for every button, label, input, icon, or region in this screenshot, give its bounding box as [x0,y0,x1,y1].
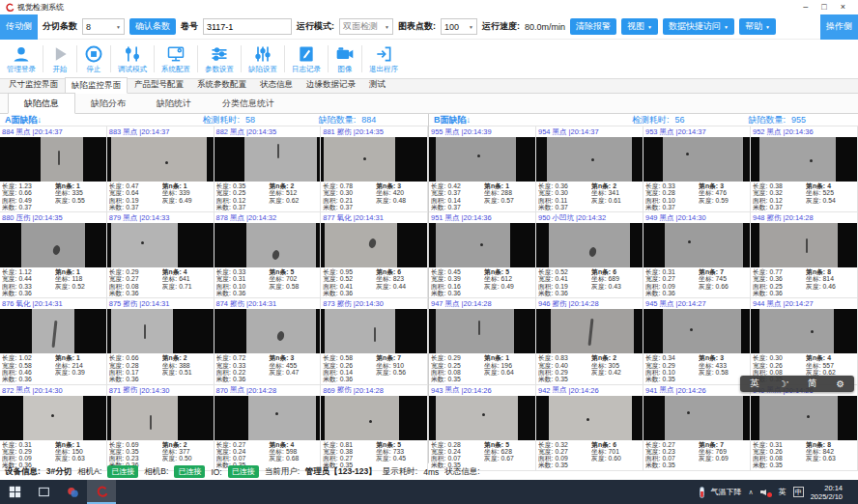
defect-gray: 灰度:0.51 [162,369,212,376]
weather-text[interactable]: 气温下降 [711,487,742,497]
defect-cell[interactable]: 951黑点|20:14:36长度:0.45宽度:0.39面积:0.16米数:0.… [429,212,536,298]
defect-cell[interactable]: 884黑点|20:14:37长度:1.23宽度:0.66面积:0.49米数:0.… [0,126,107,212]
defect-cell[interactable]: 881擦伤|20:14:35长度:0.78宽度:0.30面积:0.21米数:0.… [321,126,428,212]
main-tab-2[interactable]: 产品型号配置 [128,76,190,93]
roll-number-input[interactable] [203,18,292,35]
taskbar-clock[interactable]: 20:14 2025/2/10 [811,484,843,501]
action-camera[interactable]: 图像 [330,44,359,74]
close-icon[interactable]: × [841,3,845,12]
tray-expand-icon[interactable]: ∧ [749,489,754,496]
maximize-icon[interactable]: □ [821,3,826,12]
defect-image [321,223,427,267]
defect-cell[interactable]: 952黑点|20:14:36长度:0.38宽度:0.32面积:0.12米数:0.… [751,126,858,212]
weather-thermometer-icon[interactable] [700,487,704,498]
taskbar-active-app-icon[interactable] [87,480,116,504]
action-exit[interactable]: 退出程序 [364,44,403,74]
defect-cell[interactable]: 947黑点|20:14:28长度:0.29宽度:0.25面积:0.08米数:0.… [429,298,536,384]
play-icon [50,44,70,64]
ime-icon[interactable]: 中 [793,487,804,497]
defect-cell[interactable]: 942黑点|20:14:26长度:0.32宽度:0.27面积:0.09米数:0.… [536,385,644,471]
defect-width-value: 0.25 [233,189,245,196]
view-menu-button[interactable]: 视图▼ [621,18,658,35]
main-tab-5[interactable]: 边缘数据记录 [300,76,362,93]
task-view-button[interactable] [29,480,58,504]
start-button[interactable] [0,480,29,504]
defect-cell[interactable]: 882黑点|20:14:35长度:0.35宽度:0.25面积:0.12米数:0.… [214,126,322,212]
ime-settings-gear-icon[interactable]: ⚙ [836,378,844,389]
action-params-sliders[interactable]: 参数设置 [200,44,239,74]
defect-id: 875 [109,299,122,308]
action-debug-sliders[interactable]: 调试模式 [113,44,152,74]
defect-cell[interactable]: 869擦伤|20:14:28长度:0.81宽度:0.38面积:0.27米数:0.… [321,385,428,471]
action-label: 退出程序 [369,65,398,74]
operator-side-button[interactable]: 操作侧 [820,14,858,40]
main-tab-6[interactable]: 测试 [362,76,392,93]
defect-cell[interactable]: 944黑点|20:14:27长度:0.30宽度:0.26面积:0.08米数:0.… [751,298,858,384]
defect-type: 黑点 [660,385,674,395]
defect-cell[interactable]: 953黑点|20:14:37长度:0.33宽度:0.28面积:0.10米数:0.… [644,126,751,212]
defect-meter: 米数:0.36 [109,290,162,296]
defect-cell[interactable]: 872黑点|20:14:30长度:0.31宽度:0.29面积:0.09米数:0.… [0,385,107,471]
defect-cell[interactable]: 949黑点|20:14:30长度:0.31宽度:0.27面积:0.09米数:0.… [644,212,751,298]
sub-tab-1[interactable]: 缺陷分布 [75,94,141,113]
defect-cell[interactable]: 877氧化|20:14:31长度:0.95宽度:0.52面积:0.41米数:0.… [321,212,428,298]
defect-cell[interactable]: 883黑点|20:14:37长度:0.47宽度:0.64面积:0.19米数:0.… [107,126,214,212]
defect-cell[interactable]: 955黑点|20:14:39长度:0.42宽度:0.37面积:0.14米数:0.… [429,126,536,212]
defect-cell[interactable]: 870黑点|20:14:28长度:0.27宽度:0.24面积:0.07米数:0.… [214,385,322,471]
ime-simplified-toggle[interactable]: 简 [808,378,817,390]
defect-cell[interactable]: 943黑点|20:14:26长度:0.28宽度:0.24面积:0.07米数:0.… [429,385,536,471]
run-mode-select[interactable]: 双面检测▼ [339,18,393,35]
volume-icon[interactable] [760,488,772,497]
action-log[interactable]: 日志记录 [287,44,326,74]
sub-tab-3[interactable]: 分类信息统计 [207,94,290,113]
slit-count-select[interactable]: 8▼ [82,18,125,35]
sub-tab-2[interactable]: 缺陷统计 [141,94,207,113]
defect-meter: 米数:0.36 [645,290,699,296]
defect-cell[interactable]: 940黑点|20:14:26长度:0.31宽度:0.26面积:0.08米数:0.… [751,385,858,471]
current-user-value: 管理员【123-123】 [305,466,377,478]
defect-cell[interactable]: 876氧化|20:14:31长度:1.02宽度:0.58面积:0.46米数:0.… [0,298,107,384]
defect-cell[interactable]: 874擦伤|20:14:31长度:0.72宽度:0.33面积:0.22米数:0.… [214,298,322,384]
defect-meter-label: 米数: [431,376,445,382]
main-tab-3[interactable]: 系统参数配置 [190,76,253,93]
defect-cell[interactable]: 878黑点|20:14:32长度:0.33宽度:0.31面积:0.10米数:0.… [214,212,322,298]
action-play[interactable]: 开始 [45,44,74,74]
defect-length: 长度:0.27 [216,441,270,448]
confirm-count-button[interactable]: 确认条数 [129,18,176,35]
action-monitor[interactable]: 系统配置 [157,44,195,74]
defect-cell[interactable]: 875擦伤|20:14:31长度:0.66宽度:0.28面积:0.17米数:0.… [107,298,214,384]
defect-width-value: 0.26 [769,362,782,369]
defect-cell[interactable]: 945黑点|20:14:27长度:0.34宽度:0.29面积:0.10米数:0.… [644,298,751,384]
data-quick-access-button[interactable]: 数据快捷访问▼ [663,18,734,35]
defect-cell[interactable]: 879黑点|20:14:33长度:0.29宽度:0.27面积:0.08米数:0.… [107,212,214,298]
defect-cell[interactable]: 948擦伤|20:14:28长度:0.77宽度:0.36面积:0.25米数:0.… [751,212,858,298]
defect-cell[interactable]: 941黑点|20:14:26长度:0.27宽度:0.23面积:0.07米数:0.… [644,385,751,471]
defect-cell[interactable]: 954黑点|20:14:37长度:0.36宽度:0.30面积:0.11米数:0.… [536,126,644,212]
main-tab-1[interactable]: 缺陷监控界面 [65,77,128,94]
main-tab-4[interactable]: 状态信息 [253,76,300,93]
defect-strip-label: 第n条: [699,441,718,448]
ime-moon-icon[interactable]: ☽’ [778,378,788,389]
chart-points-select[interactable]: 100▼ [441,18,477,35]
action-stop[interactable]: 停止 [79,44,108,74]
action-user[interactable]: 管理登录 [2,44,41,74]
defect-cell[interactable]: 880压伤|20:14:35长度:1.12宽度:0.44面积:0.33米数:0.… [0,212,107,298]
action-defect-sliders[interactable]: 缺陷设置 [243,44,282,74]
defect-cell[interactable]: 873擦伤|20:14:30长度:0.58宽度:0.26面积:0.14米数:0.… [321,298,428,384]
minimize-icon[interactable]: – [803,3,808,12]
drive-side-button[interactable]: 传动侧 [0,14,38,40]
main-tab-0[interactable]: 尺寸监控界面 [2,76,65,93]
help-menu-button[interactable]: 帮助▼ [739,18,776,35]
defect-cell[interactable]: 946擦伤|20:14:28长度:0.83宽度:0.40面积:0.29米数:0.… [536,298,644,384]
taskbar-app-icon[interactable] [58,480,87,504]
defect-width-label: 宽度: [2,275,16,282]
defect-area-label: 面积: [323,197,337,204]
sub-tab-0[interactable]: 缺陷信息 [8,93,75,114]
defect-cell[interactable]: 871擦伤|20:14:30长度:0.69宽度:0.35面积:0.23米数:0.… [107,385,214,471]
ime-english-toggle[interactable]: 英 [750,378,759,390]
language-indicator[interactable]: 英 [779,487,786,497]
defect-meter: 米数:0.37 [645,204,699,210]
defect-strip-label: 第n条: [376,268,395,275]
clear-alarm-button[interactable]: 清除报警 [570,18,616,35]
defect-cell[interactable]: 950小凹坑|20:14:32长度:0.52宽度:0.41面积:0.19米数:0… [536,212,644,298]
